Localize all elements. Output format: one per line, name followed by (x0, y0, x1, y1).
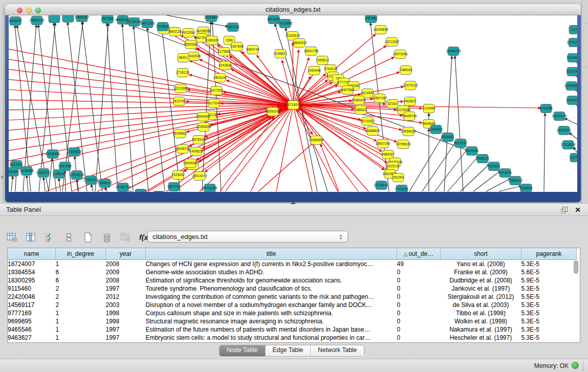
cell-pagerank[interactable]: 5.3E-5 (521, 285, 577, 293)
cell-short[interactable]: Nakamura et al. (1997) (441, 325, 521, 334)
cell-name[interactable]: 9465546 (8, 325, 56, 334)
graph-node-teal[interactable] (153, 191, 164, 192)
cell-pagerank[interactable]: 5.3E-5 (521, 309, 577, 317)
table-row[interactable]: 1872400712008Changes of HCN gene express… (8, 260, 577, 269)
cell-title[interactable]: Estimation of significance thresholds fo… (146, 276, 397, 285)
column-header-pagerank[interactable]: pagerank (521, 248, 577, 260)
cell-in_degree[interactable]: 1 (56, 334, 106, 342)
import-table-disabled-button[interactable] (119, 231, 133, 244)
column-header-name[interactable]: name (8, 248, 56, 260)
cell-name[interactable]: 9463627 (8, 334, 56, 342)
table-settings-button[interactable] (5, 231, 19, 244)
column-header-year[interactable]: year (106, 248, 146, 260)
cell-short[interactable]: Yano et al. (2008) (441, 260, 521, 269)
cell-out_degree[interactable]: 0 (397, 293, 441, 301)
table-row[interactable]: 946362711997Embryonic stem cells: a mode… (8, 334, 577, 342)
cell-out_degree[interactable]: 0 (397, 334, 441, 342)
cell-year[interactable]: 2008 (106, 276, 146, 285)
float-panel-icon[interactable] (561, 207, 568, 213)
cell-year[interactable]: 1997 (106, 325, 146, 334)
cell-out_degree[interactable]: 0 (397, 317, 441, 325)
cell-short[interactable]: Tibbo et al. (1998) (441, 309, 521, 317)
cell-year[interactable]: 1998 (106, 317, 146, 325)
table-row[interactable]: 1830029562008Estimation of significance … (8, 276, 577, 285)
select-all-checks-button[interactable] (43, 231, 57, 244)
graph-node-teal[interactable] (49, 15, 60, 23)
cell-title[interactable]: Investigating the contribution of common… (146, 293, 397, 301)
column-header-title[interactable]: title (146, 248, 397, 260)
table-row[interactable]: 1456911722003Disruption of a novel membe… (8, 301, 577, 309)
cell-short[interactable]: Stergiakouli et al. (2012) (441, 293, 521, 301)
cell-in_degree[interactable]: 2 (56, 301, 106, 309)
table-row[interactable]: 1938455462009Genome-wide association stu… (8, 268, 577, 276)
cell-title[interactable]: Genome-wide association studies in ADHD. (146, 268, 397, 276)
cell-pagerank[interactable]: 5.6E-5 (521, 268, 577, 276)
column-header-in_degree[interactable]: in_degree (56, 248, 106, 260)
cell-title[interactable]: Changes of HCN gene expression and I(f) … (146, 260, 397, 269)
cell-pagerank[interactable]: 5.3E-5 (521, 317, 577, 325)
cell-year[interactable]: 1998 (106, 309, 146, 317)
column-select-button[interactable] (24, 231, 38, 244)
cell-in_degree[interactable]: 1 (56, 309, 106, 317)
table-selector-dropdown[interactable]: citations_edges.txt ▲▼ (147, 231, 348, 243)
cell-short[interactable]: Dudbridge et al. (2008) (441, 276, 521, 285)
graph-node-teal[interactable] (62, 15, 74, 23)
cell-short[interactable]: Hescheler et al. (1997) (441, 334, 521, 342)
cell-pagerank[interactable]: 5.9E-5 (521, 276, 577, 285)
cell-short[interactable]: Jankovic et al. (1997) (441, 285, 521, 293)
cell-pagerank[interactable]: 5.3E-5 (521, 260, 577, 269)
cell-name[interactable]: 18300295 (8, 276, 56, 285)
table-row[interactable]: 2242004622012Investigating the contribut… (8, 293, 577, 301)
cell-in_degree[interactable]: 2 (56, 293, 106, 301)
cell-out_degree[interactable]: 49 (397, 260, 441, 269)
cell-in_degree[interactable]: 2 (56, 285, 106, 293)
cell-name[interactable]: 14569117 (8, 301, 56, 309)
table-row[interactable]: 946554611997Estimation of the future num… (8, 325, 577, 334)
network-canvas[interactable]: 1872400776638229660128891295418226058982… (9, 15, 577, 192)
cell-year[interactable]: 2009 (106, 268, 146, 276)
cell-title[interactable]: Corpus callosum shape and size in male p… (146, 309, 397, 317)
close-panel-icon[interactable]: ✕ (575, 205, 581, 214)
cell-pagerank[interactable]: 5.3E-5 (521, 334, 577, 342)
cell-pagerank[interactable]: 5.5E-5 (521, 293, 577, 301)
column-header-out_degree[interactable]: △out_de… (397, 248, 441, 260)
cell-out_degree[interactable]: 0 (397, 325, 441, 334)
cell-short[interactable]: Franke et al. (2009) (441, 268, 521, 276)
cell-title[interactable]: Disruption of a novel member of a sodium… (146, 301, 397, 309)
column-header-short[interactable]: short (441, 248, 521, 260)
cell-name[interactable]: 9699695 (8, 317, 56, 325)
table-row[interactable]: 977716911998Corpus callosum shape and si… (8, 309, 577, 317)
cell-pagerank[interactable]: 5.3E-5 (521, 301, 577, 309)
cell-year[interactable]: 2003 (106, 301, 146, 309)
cell-out_degree[interactable]: 0 (397, 301, 441, 309)
citation-graph[interactable]: 1872400776638229660128891295418226058982… (9, 15, 577, 192)
tab-network-table[interactable]: Network Table (310, 345, 364, 356)
cell-out_degree[interactable]: 0 (397, 309, 441, 317)
tab-edge-table[interactable]: Edge Table (265, 345, 311, 356)
cell-name[interactable]: 18724007 (8, 260, 56, 269)
cell-in_degree[interactable]: 1 (56, 260, 106, 269)
cell-in_degree[interactable]: 1 (56, 317, 106, 325)
tab-node-table[interactable]: Node Table (220, 345, 265, 356)
cell-title[interactable]: Embryonic stem cells: a model to study s… (146, 334, 397, 342)
cell-title[interactable]: Structural magnetic resonance image aver… (146, 317, 397, 325)
scrollbar-thumb[interactable] (574, 260, 578, 274)
cell-in_degree[interactable]: 6 (56, 268, 106, 276)
cell-pagerank[interactable]: 5.3E-5 (521, 325, 577, 334)
panel-splitter-handle[interactable] (291, 202, 296, 204)
row-height-button[interactable] (62, 231, 76, 244)
delete-button[interactable] (100, 231, 114, 244)
cell-name[interactable]: 22420046 (8, 293, 56, 301)
cell-out_degree[interactable]: 0 (397, 268, 441, 276)
cell-year[interactable]: 2008 (106, 260, 146, 269)
memory-status-indicator-icon[interactable] (572, 362, 579, 369)
cell-name[interactable]: 19384554 (8, 268, 56, 276)
cell-title[interactable]: Estimation of the future numbers of pati… (146, 325, 397, 334)
cell-out_degree[interactable]: 0 (397, 285, 441, 293)
splitter-collapse-icon[interactable] (1, 175, 3, 179)
table-row[interactable]: 911546021997Tourette syndrome. Phenomeno… (8, 285, 577, 293)
table-scrollbar[interactable] (574, 260, 578, 341)
table-row[interactable]: 969969511998Structural magnetic resonanc… (8, 317, 577, 325)
new-file-button[interactable] (81, 231, 95, 244)
cell-out_degree[interactable]: 0 (397, 276, 441, 285)
